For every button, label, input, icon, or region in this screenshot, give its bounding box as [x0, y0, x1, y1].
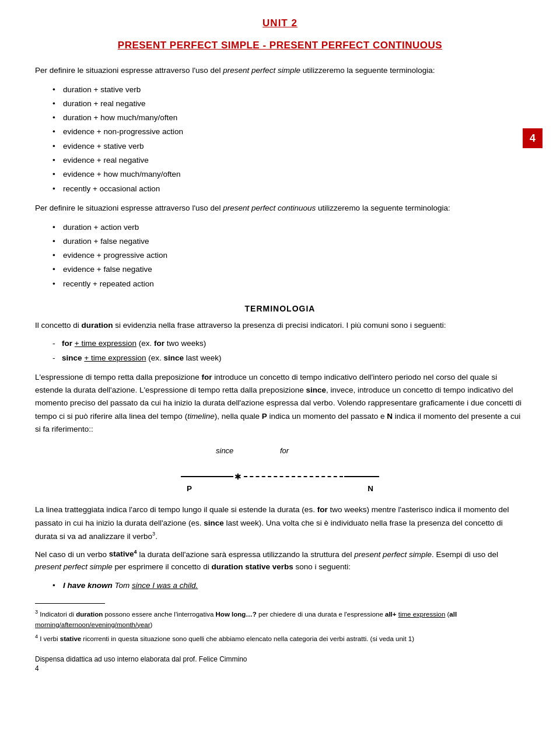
- intro-simple-after: utilizzeremo la seguente terminologia:: [300, 66, 435, 75]
- intro-cont-italic: present perfect continuous: [223, 204, 316, 212]
- tl-p-label: P: [187, 484, 192, 493]
- list-item: evidence + real negative: [52, 153, 525, 167]
- dash-item-since: since + time expression (ex. since last …: [52, 351, 525, 365]
- list-item: evidence + non-progressive action: [52, 125, 525, 139]
- list-item: duration + stative verb: [52, 83, 525, 97]
- since-bold: since: [62, 354, 82, 362]
- page-number-box: 4: [523, 128, 542, 148]
- dash-item-for: for + time expression (ex. for two weeks…: [52, 337, 525, 351]
- tl-labels: P N: [181, 484, 379, 493]
- footnote-divider: [35, 603, 105, 604]
- list-item: duration + how much/many/often: [52, 111, 525, 125]
- list-item: evidence + stative verb: [52, 139, 525, 153]
- tl-solid-left: [181, 476, 233, 477]
- terminologia-intro: Il concetto di duration si evidenzia nel…: [35, 319, 525, 332]
- list-item: duration + action verb: [52, 220, 525, 235]
- list-item: evidence + how much/many/often: [52, 167, 525, 181]
- list-item: duration + false negative: [52, 235, 525, 249]
- list-item: evidence + false negative: [52, 262, 525, 276]
- footer-page: 4: [35, 664, 525, 673]
- for-bold: for: [62, 339, 72, 348]
- tl-solid-right: [344, 476, 379, 477]
- since-underline: + time expression: [84, 354, 146, 362]
- body-paragraph-2: La linea tratteggiata indica l'arco di t…: [35, 503, 525, 542]
- timeline-line: ✱: [181, 472, 379, 481]
- timeline-for-label: for: [280, 446, 289, 455]
- example-item: I have known Tom since I was a child.: [52, 579, 525, 593]
- intro-cont-before: Per definire le situazioni espresse attr…: [35, 204, 223, 212]
- since-example: (ex. since last week): [148, 354, 221, 362]
- list-item: evidence + progressive action: [52, 249, 525, 262]
- intro-simple-text: Per definire le situazioni espresse attr…: [35, 64, 525, 77]
- tl-asterisk: ✱: [235, 472, 242, 481]
- list-item: recently + occasional action: [52, 182, 525, 196]
- timeline-since-label: since: [216, 446, 233, 455]
- main-title: PRESENT PERFECT SIMPLE - PRESENT PERFECT…: [35, 40, 525, 51]
- footnote-4: 4 I verbi stative ricorrenti in questa s…: [35, 633, 525, 645]
- tl-n-label: N: [368, 484, 373, 493]
- for-underline: + time expression: [75, 339, 136, 348]
- list-item: duration + real negative: [52, 97, 525, 111]
- list-simple: duration + stative verb duration + real …: [52, 83, 525, 196]
- body-paragraph-3: Nel caso di un verbo stative4 la durata …: [35, 548, 525, 574]
- body-paragraph-1: L'espressione di tempo retta dalla prepo…: [35, 371, 525, 436]
- tl-dashed: [244, 476, 343, 477]
- dash-list: for + time expression (ex. for two weeks…: [52, 337, 525, 365]
- timeline-container: since for ✱ P N: [181, 446, 379, 493]
- intro-continuous-text: Per definire le situazioni espresse attr…: [35, 202, 525, 215]
- footer-text: Dispensa didattica ad uso interno elabor…: [35, 655, 525, 663]
- for-example: (ex. for two weeks): [139, 339, 206, 348]
- intro-simple-italic: present perfect simple: [223, 66, 300, 75]
- list-item: recently + repeated action: [52, 277, 525, 291]
- unit-title: UNIT 2: [35, 18, 525, 29]
- intro-simple-before: Per definire le situazioni espresse attr…: [35, 66, 223, 75]
- section-terminologia: TERMINOLOGIA: [35, 304, 525, 313]
- example-list: I have known Tom since I was a child.: [52, 579, 525, 593]
- list-continuous: duration + action verb duration + false …: [52, 220, 525, 291]
- footnote-3: 3 Indicatori di duration possono essere …: [35, 608, 525, 630]
- intro-cont-after: utilizzeremo la seguente terminologia:: [316, 204, 450, 212]
- example-sentence: I have known Tom since I was a child.: [63, 581, 198, 590]
